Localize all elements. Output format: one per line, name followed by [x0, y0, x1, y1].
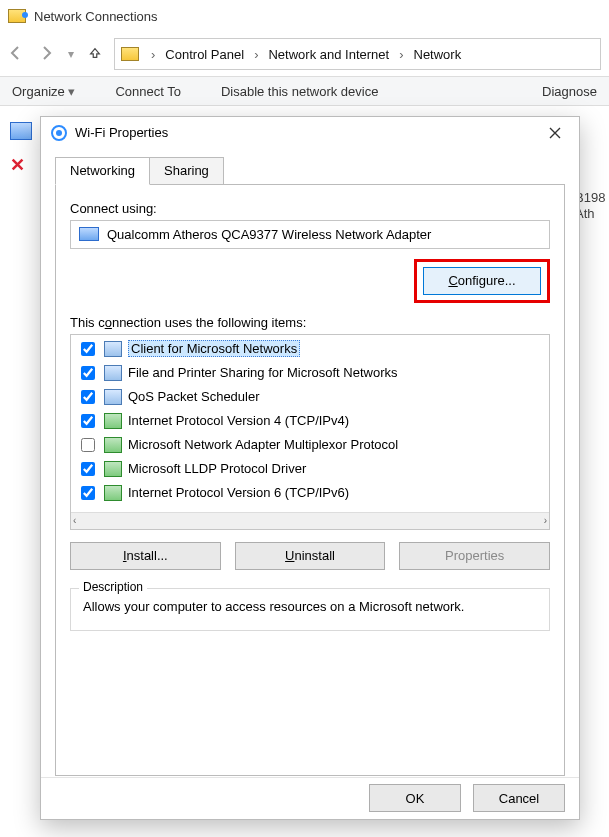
configure-button[interactable]: Configure...	[423, 267, 541, 295]
connection-item-row[interactable]: Internet Protocol Version 6 (TCP/IPv6)	[71, 481, 549, 505]
network-protocol-icon	[104, 461, 122, 477]
scroll-left-icon[interactable]: ‹	[73, 515, 76, 526]
item-label: File and Printer Sharing for Microsoft N…	[128, 365, 397, 380]
organize-menu[interactable]: Organize	[12, 84, 75, 99]
wifi-properties-dialog: Wi-Fi Properties Networking Sharing Conn…	[40, 116, 580, 820]
connect-to-button[interactable]: Connect To	[115, 84, 181, 99]
tab-sharing[interactable]: Sharing	[149, 157, 224, 185]
adapter-icon	[79, 227, 99, 241]
dialog-title: Wi-Fi Properties	[75, 125, 168, 140]
item-label: QoS Packet Scheduler	[128, 389, 260, 404]
scroll-right-icon[interactable]: ›	[544, 515, 547, 526]
monitor-icon	[104, 389, 122, 405]
diagnose-button[interactable]: Diagnose	[542, 84, 597, 99]
ok-button[interactable]: OK	[369, 784, 461, 812]
networking-tab-pane: Connect using: Qualcomm Atheros QCA9377 …	[55, 184, 565, 776]
horizontal-scrollbar[interactable]: ‹ ›	[71, 512, 549, 529]
item-label: Microsoft LLDP Protocol Driver	[128, 461, 306, 476]
connection-item-row[interactable]: File and Printer Sharing for Microsoft N…	[71, 361, 549, 385]
breadcrumb-item[interactable]: Control Panel	[163, 47, 246, 62]
up-button[interactable]	[88, 46, 102, 63]
connect-using-label: Connect using:	[70, 201, 550, 216]
connection-item-row[interactable]: QoS Packet Scheduler	[71, 385, 549, 409]
install-button[interactable]: Install...	[70, 542, 221, 570]
chevron-right-icon: ›	[147, 47, 159, 62]
item-checkbox[interactable]	[81, 390, 95, 404]
item-checkbox[interactable]	[81, 414, 95, 428]
close-button[interactable]	[541, 119, 569, 147]
description-text: Allows your computer to access resources…	[83, 599, 537, 614]
cancel-button[interactable]: Cancel	[473, 784, 565, 812]
command-bar: Organize Connect To Disable this network…	[0, 76, 609, 106]
description-frame: Description Allows your computer to acce…	[70, 588, 550, 631]
properties-button[interactable]: Properties	[399, 542, 550, 570]
recent-dropdown-icon[interactable]: ▾	[68, 47, 74, 61]
wifi-icon	[51, 125, 67, 141]
items-label: This connection uses the following items…	[70, 315, 550, 330]
connection-item-row[interactable]: Client for Microsoft Networks	[71, 337, 549, 361]
monitor-icon	[104, 341, 122, 357]
item-label: Internet Protocol Version 6 (TCP/IPv6)	[128, 485, 349, 500]
chevron-right-icon: ›	[395, 47, 407, 62]
breadcrumb-item[interactable]: Network and Internet	[266, 47, 391, 62]
connection-item-row[interactable]: Internet Protocol Version 4 (TCP/IPv4)	[71, 409, 549, 433]
item-checkbox[interactable]	[81, 462, 95, 476]
tutorial-highlight: Configure...	[414, 259, 550, 303]
connection-item-row[interactable]: Microsoft LLDP Protocol Driver	[71, 457, 549, 481]
back-button[interactable]	[8, 45, 24, 64]
forward-button[interactable]	[38, 45, 54, 64]
item-checkbox[interactable]	[81, 486, 95, 500]
connection-items-box: Client for Microsoft NetworksFile and Pr…	[70, 334, 550, 530]
partial-connection-text: B198 Ath	[575, 190, 609, 222]
breadcrumb-bar[interactable]: › Control Panel › Network and Internet ›…	[114, 38, 601, 70]
tab-strip: Networking Sharing	[55, 155, 565, 185]
breadcrumb-item[interactable]: Network	[412, 47, 464, 62]
dialog-titlebar: Wi-Fi Properties	[41, 117, 579, 149]
network-connections-icon	[8, 9, 26, 23]
tab-networking[interactable]: Networking	[55, 157, 150, 185]
item-checkbox[interactable]	[81, 438, 95, 452]
item-label: Client for Microsoft Networks	[128, 340, 300, 357]
item-label: Microsoft Network Adapter Multiplexor Pr…	[128, 437, 398, 452]
window-titlebar: Network Connections	[0, 0, 609, 32]
network-protocol-icon	[104, 437, 122, 453]
adapter-name: Qualcomm Atheros QCA9377 Wireless Networ…	[107, 227, 431, 242]
network-protocol-icon	[104, 413, 122, 429]
dialog-footer: OK Cancel	[41, 777, 579, 819]
address-bar-row: ▾ › Control Panel › Network and Internet…	[0, 32, 609, 76]
disabled-x-icon: ✕	[10, 154, 25, 176]
folder-icon	[121, 47, 139, 61]
description-legend: Description	[79, 580, 147, 594]
chevron-right-icon: ›	[250, 47, 262, 62]
ethernet-icon	[10, 122, 32, 140]
adapter-box: Qualcomm Atheros QCA9377 Wireless Networ…	[70, 220, 550, 249]
item-label: Internet Protocol Version 4 (TCP/IPv4)	[128, 413, 349, 428]
item-checkbox[interactable]	[81, 342, 95, 356]
uninstall-button[interactable]: Uninstall	[235, 542, 386, 570]
monitor-icon	[104, 365, 122, 381]
window-title: Network Connections	[34, 9, 158, 24]
item-checkbox[interactable]	[81, 366, 95, 380]
connection-item-row[interactable]: Microsoft Network Adapter Multiplexor Pr…	[71, 433, 549, 457]
network-protocol-icon	[104, 485, 122, 501]
disable-device-button[interactable]: Disable this network device	[221, 84, 379, 99]
connection-items-list[interactable]: Client for Microsoft NetworksFile and Pr…	[71, 335, 549, 512]
